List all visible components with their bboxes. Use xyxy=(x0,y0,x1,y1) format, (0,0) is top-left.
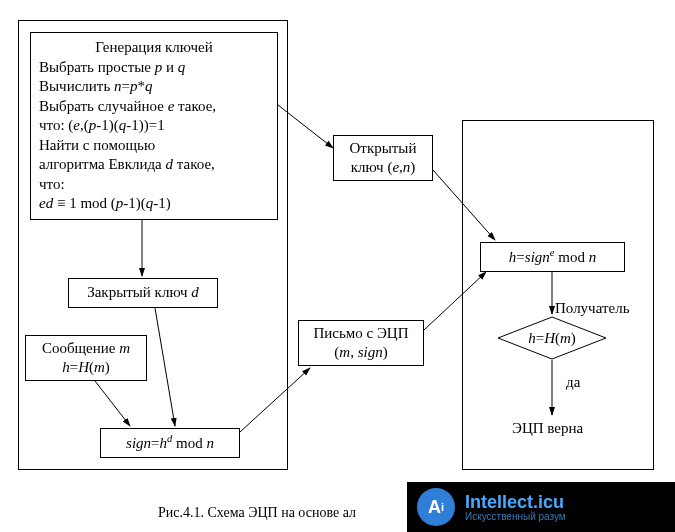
keygen-line6: алгоритма Евклида d такое, xyxy=(39,155,215,175)
verify-text: h=signe mod n xyxy=(509,246,596,268)
letter-box: Письмо с ЭЦП (m, sign) xyxy=(298,320,424,366)
recipient-frame xyxy=(462,120,654,470)
verify-box: h=signe mod n xyxy=(480,242,625,272)
public-key-box: Открытый ключ (e,n) xyxy=(333,135,433,181)
keygen-box: Генерация ключей Выбрать простые p и q В… xyxy=(30,32,278,220)
keygen-line4: что: (e,(p-1)(q-1))=1 xyxy=(39,116,165,136)
decision-diamond: h=H(m) xyxy=(497,316,607,360)
message-box: Сообщение m h=H(m) xyxy=(25,335,147,381)
recipient-label: Получатель xyxy=(555,300,629,317)
letter-line2: (m, sign) xyxy=(334,343,387,363)
watermark-sub: Искусственный разум xyxy=(465,511,566,522)
sign-box: sign=hd mod n xyxy=(100,428,240,458)
public-key-line1: Открытый xyxy=(350,139,417,159)
keygen-line5: Найти с помощью xyxy=(39,136,155,156)
sign-text: sign=hd mod n xyxy=(126,432,214,454)
watermark: Ai Intellect.icu Искусственный разум xyxy=(407,482,675,532)
keygen-line3: Выбрать случайное e такое, xyxy=(39,97,216,117)
yes-label: да xyxy=(566,374,580,391)
message-line2: h=H(m) xyxy=(62,358,110,378)
public-key-line2: ключ (e,n) xyxy=(351,158,416,178)
keygen-line2: Вычислить n=p*q xyxy=(39,77,152,97)
keygen-title: Генерация ключей xyxy=(39,38,269,58)
watermark-main: Intellect.icu xyxy=(465,493,566,511)
message-line1: Сообщение m xyxy=(42,339,130,359)
keygen-line8: ed ≡ 1 mod (p-1)(q-1) xyxy=(39,194,171,214)
watermark-icon: Ai xyxy=(417,488,455,526)
letter-line1: Письмо с ЭЦП xyxy=(313,324,408,344)
result-label: ЭЦП верна xyxy=(512,420,583,437)
decision-text: h=H(m) xyxy=(497,330,607,347)
keygen-line1: Выбрать простые p и q xyxy=(39,58,185,78)
private-key-text: Закрытый ключ d xyxy=(87,283,199,303)
keygen-line7: что: xyxy=(39,175,65,195)
private-key-box: Закрытый ключ d xyxy=(68,278,218,308)
figure-caption: Рис.4.1. Схема ЭЦП на основе ал xyxy=(158,505,356,521)
